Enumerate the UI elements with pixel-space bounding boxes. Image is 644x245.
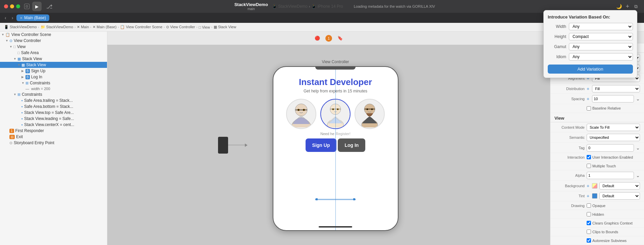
add-variation-button[interactable]: Add Variation [548, 65, 633, 74]
app-name-main: StackViewDemo [234, 2, 268, 7]
alpha-stepper[interactable]: ⌄ [636, 173, 640, 178]
nav-item-first-responder[interactable]: 1 First Responder [0, 128, 107, 134]
c3-icon: ▪ [21, 111, 23, 115]
semantic-select[interactable]: Unspecified Playback Spatial [587, 134, 640, 141]
back-button[interactable]: ‹ [3, 14, 8, 21]
nav-label-constraints-outer: Constraints [22, 92, 42, 97]
nav-item-view[interactable]: ▼ □ View [0, 44, 107, 50]
bc-8[interactable]: ▦ Stack View [214, 25, 236, 29]
close-button[interactable] [4, 4, 8, 8]
tag-stepper[interactable]: ⌄ [636, 145, 640, 151]
nav-item-constraints-inner[interactable]: ▼ ⊞ Constraints [0, 80, 107, 86]
spacing-input[interactable] [592, 95, 634, 103]
multiple-touch-label: Multiple Touch [587, 164, 616, 168]
multiple-touch-text: Multiple Touch [592, 164, 616, 168]
login-button[interactable]: Log In [338, 138, 365, 152]
night-mode-button[interactable]: 🌙 [615, 2, 623, 10]
alpha-label: Alpha [554, 173, 585, 177]
nav-arrow-login: ▶ [21, 75, 25, 79]
distribution-select[interactable]: Fill Fill Equally Fill Proportionally Eq… [592, 85, 640, 92]
tint-select[interactable]: Default Clear Color [599, 192, 640, 200]
background-select[interactable]: Default Clear Color White Color [599, 182, 640, 190]
bc-6[interactable]: ⊙ View Controller [166, 25, 195, 29]
multiple-touch-checkbox[interactable] [587, 164, 591, 168]
svg-point-8 [332, 108, 334, 110]
add-button[interactable]: + [626, 3, 629, 10]
canvas-area: 🔴 1 🔖 View Controller [107, 32, 550, 245]
home-indicator [319, 226, 352, 228]
distribution-plus[interactable]: + [587, 86, 589, 91]
main-content: ▼ 📋 View Controller Scene ▼ ⊙ View Contr… [0, 32, 644, 245]
autoresize-checkbox[interactable] [587, 238, 591, 243]
nav-label-sv2: Stack View [26, 63, 46, 67]
branch-button[interactable]: ⎇ [44, 3, 54, 10]
nav-item-c1[interactable]: ▪ Safe Area.trailing = Stack... [0, 97, 107, 104]
storyboard: View Controller Instant Developer Get he… [107, 45, 550, 245]
nav-item-stackview2-selected[interactable]: ▼ ▦ Stack View [0, 62, 107, 68]
nav-item-c3[interactable]: ▪ Stack View.top = Safe Are... [0, 110, 107, 116]
maximize-button[interactable] [16, 4, 20, 8]
nav-item-vc-scene[interactable]: ▼ 📋 View Controller Scene [0, 32, 107, 38]
sidebar-toggle-button[interactable]: ⊡ [24, 4, 30, 9]
popup-idiom-select[interactable]: Any iPhone iPad [569, 53, 633, 60]
tint-color-swatch[interactable] [592, 193, 597, 199]
nav-item-signup[interactable]: ▶ B Sign Up [0, 68, 107, 74]
vc-icon: ⊙ [9, 39, 12, 43]
background-plus[interactable]: + [587, 183, 589, 189]
tab-x-icon[interactable]: ✕ [20, 16, 22, 20]
tag-input[interactable] [587, 144, 634, 152]
user-interaction-checkbox[interactable] [587, 155, 591, 159]
nav-item-c2[interactable]: ▪ Safe Area.bottom = Stack... [0, 104, 107, 110]
nav-item-constraints-outer[interactable]: ▼ ⊞ Constraints [0, 91, 107, 97]
canvas-bookmark[interactable]: 🔖 [337, 36, 343, 41]
run-button[interactable]: ▶ [32, 2, 42, 11]
spacing-stepper[interactable]: ⌄ [636, 96, 640, 101]
exit-icon: ⊟ [9, 135, 15, 139]
bc-2[interactable]: 📁 StackViewDemo [41, 25, 73, 29]
nav-arrow-vc: ▼ [5, 39, 9, 42]
bc-4[interactable]: ✕ Main (Base) [93, 25, 116, 29]
content-mode-label: Content Mode [554, 125, 585, 129]
tint-label: Tint [554, 194, 585, 198]
hidden-checkbox[interactable] [587, 212, 591, 216]
clears-graphics-checkbox[interactable] [587, 221, 591, 225]
canvas-zoom-out[interactable]: 🔴 [315, 36, 320, 41]
nav-item-vc[interactable]: ▼ ⊙ View Controller [0, 38, 107, 44]
content-mode-select[interactable]: Scale To Fill Scale Aspect Fit Scale Asp… [587, 124, 640, 131]
c4-icon: ▪ [21, 117, 23, 121]
nav-item-c5[interactable]: ▪ Stack View.centerX = cent... [0, 122, 107, 128]
stackview2-icon: ▦ [21, 63, 25, 67]
tab-label: Main (Base) [24, 15, 46, 20]
spacing-plus[interactable]: + [587, 96, 589, 101]
window-controls[interactable]: ⧉ [632, 2, 640, 10]
popup-height-select[interactable]: Any Compact Regular [569, 33, 633, 40]
tint-plus[interactable]: + [587, 193, 589, 199]
bc-3[interactable]: ✕ Main [77, 25, 89, 29]
nav-item-width-constraint[interactable]: — width = 200 [0, 86, 107, 91]
opaque-checkbox[interactable] [587, 203, 591, 208]
nav-item-safearea[interactable]: □ Safe Area [0, 50, 107, 56]
signup-button[interactable]: Sign Up [306, 138, 337, 152]
forward-button[interactable]: › [10, 14, 15, 21]
nav-item-login[interactable]: ▶ B Log In [0, 74, 107, 80]
background-color-swatch[interactable] [592, 183, 597, 189]
clips-bounds-row: Clips to Bounds [550, 228, 644, 236]
active-tab[interactable]: ✕ Main (Base) [16, 14, 49, 21]
nav-arrow-sv2: ▼ [17, 63, 21, 67]
nav-item-stackview1[interactable]: ▼ ▦ Stack View [0, 56, 107, 62]
bc-app: 📱 StackViewDemo [272, 4, 308, 9]
alpha-input[interactable] [587, 172, 634, 179]
device-frame[interactable]: Instant Developer Get help from experts … [273, 66, 398, 231]
popup-gamut-select[interactable]: Any sRGB P3 [569, 43, 633, 50]
bc-7[interactable]: □ View [199, 25, 210, 29]
baseline-checkbox[interactable] [587, 106, 591, 111]
bc-1[interactable]: 📱 StackViewDemo [4, 25, 37, 29]
canvas-zoom-badge[interactable]: 1 [325, 35, 332, 42]
minimize-button[interactable] [10, 4, 14, 8]
nav-item-entry-point[interactable]: ⊙ Storyboard Entry Point [0, 140, 107, 146]
nav-item-exit[interactable]: ⊟ Exit [0, 134, 107, 140]
drawing-hidden-row: Hidden [550, 210, 644, 219]
bc-5[interactable]: 📋 View Controller Scene [120, 25, 162, 29]
nav-item-c4[interactable]: ▪ Stack View.leading = Safe... [0, 116, 107, 122]
clips-bounds-checkbox[interactable] [587, 230, 591, 234]
